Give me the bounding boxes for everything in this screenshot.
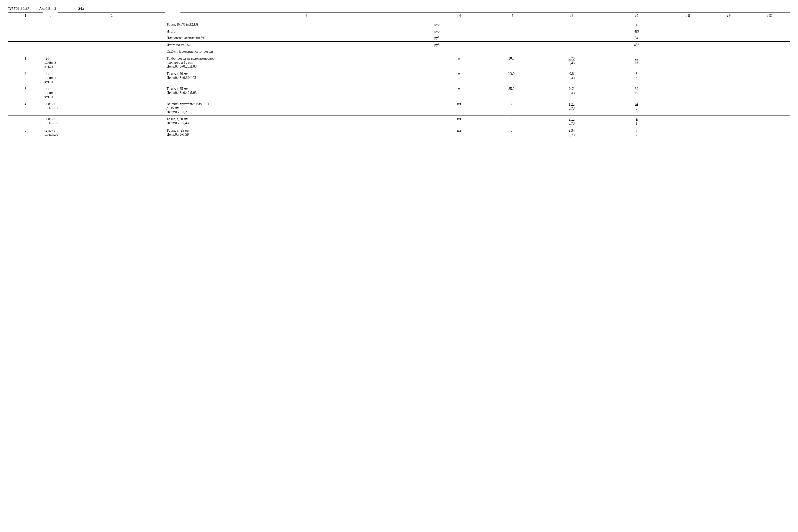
col-header-10: : IO bbox=[749, 12, 790, 19]
row-toje-165: То же, I6,5% (п.I2,I3) руб 9 bbox=[8, 21, 790, 28]
row-section-heading: Ст.2-я. Пароконденсатопроводы bbox=[8, 48, 790, 55]
item-row-5: 5 I2-807-I ШЧшп.98 То же, д 20 мм Цена:0… bbox=[8, 116, 790, 127]
item-row-4: 4 I2-807-I ШЧшп.97 Вентиль муфтовый I5кч… bbox=[8, 100, 790, 116]
header-area: ТП 509-30.87 Альб.8 т. 2 – 349 – bbox=[8, 6, 790, 11]
price-fraction-2: 0,8 0,43 bbox=[568, 72, 575, 80]
header-code: ТП 509-30.87 bbox=[8, 6, 29, 11]
main-table: I : 2 : 3 : 4 : 5 : 6 : 7 : 8 : 9 : IO Т… bbox=[8, 12, 790, 138]
total-fraction-6: 7 2 bbox=[636, 129, 638, 137]
header-alb: Альб.8 т. 2 bbox=[39, 6, 56, 11]
column-headers: I : 2 : 3 : 4 : 5 : 6 : 7 : 8 : 9 : IO bbox=[8, 12, 790, 19]
total-fraction-2: 8 4 bbox=[636, 72, 638, 80]
col-header-6: : 6 bbox=[538, 12, 606, 19]
total-fraction-4: I4 5 bbox=[635, 102, 638, 111]
total-fraction-3: 32 I5 bbox=[635, 87, 638, 95]
spacer-row-1 bbox=[8, 19, 790, 21]
row-itogo-st1: Итого по ст.I-ой руб 453 bbox=[8, 42, 790, 48]
price-fraction-5: 2,I8 0,73 bbox=[568, 117, 575, 126]
col-header-1: I bbox=[8, 12, 43, 19]
col-header-9: : 9 bbox=[708, 12, 749, 19]
section-heading-text: Ст.2-я. Пароконденсатопроводы bbox=[167, 50, 214, 53]
price-fraction-3: 0,9I 0,43 bbox=[568, 87, 575, 95]
col-header-5: : 5 bbox=[486, 12, 538, 19]
row-itogo: Итого руб 4I9 bbox=[8, 28, 790, 35]
col-header-8: : 8 bbox=[668, 12, 708, 19]
item-row-1: I I2-I-I ШЧIп.I3 к=I,03 Трубопровод из в… bbox=[8, 55, 790, 70]
header-dash1: – bbox=[66, 6, 68, 11]
price-fraction-1: 0,75 0,43 bbox=[568, 57, 575, 65]
price-fraction-6: 2,34 0,73 bbox=[568, 129, 575, 137]
col-header-3: 3 bbox=[180, 12, 433, 19]
col-header-4: : 4 bbox=[433, 12, 485, 19]
total-fraction-1: 23 I3 bbox=[635, 57, 638, 65]
item-row-6: 6 I2-807-I ШЧшп.99 То же, д- 25 мм Цена:… bbox=[8, 127, 790, 138]
header-dash2: – bbox=[94, 6, 96, 11]
item-row-3: 3 I2-I-I ШЧIп.I5 к=I,03 То же, д 25 мм Ц… bbox=[8, 85, 790, 100]
row-planovye: Плановые накопления 8% руб 34 bbox=[8, 35, 790, 41]
item-row-2: 2 I2-I-I ШЧIп.I4 к=I,03 То же, д 20 мм Ц… bbox=[8, 70, 790, 85]
col-header-2: 2 bbox=[58, 12, 165, 19]
header-number: 349 bbox=[78, 6, 84, 11]
price-fraction-4: I,95 0,73 bbox=[568, 102, 575, 111]
total-fraction-5: 4 I bbox=[636, 117, 638, 126]
col-header-7: : 7 bbox=[606, 12, 668, 19]
